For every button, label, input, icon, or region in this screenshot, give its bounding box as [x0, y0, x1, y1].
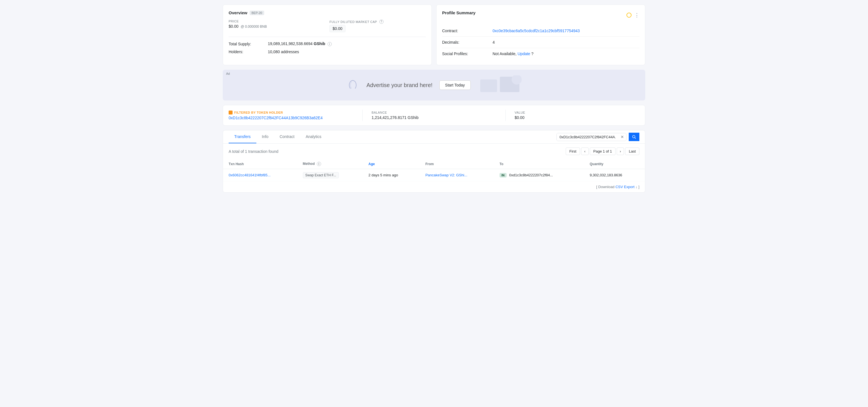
tab-transfers[interactable]: Transfers [229, 130, 256, 143]
tab-analytics[interactable]: Analytics [300, 130, 327, 143]
col-txn-hash: Txn Hash [223, 159, 297, 169]
search-button[interactable] [629, 133, 639, 141]
col-from: From [420, 159, 494, 169]
from-link[interactable]: PancakeSwap V2: GShi... [425, 173, 467, 177]
filter-address-link[interactable]: 0xD1c3c8b4222207C2f842FC44A13b9C926B3a62… [229, 115, 322, 120]
circle-status-icon [626, 12, 631, 18]
method-info-icon[interactable]: i [317, 162, 321, 166]
price-section: PRICE $0.00 @ 0.000000 BNB FULLY DILUTED… [229, 20, 426, 37]
filter-left: FILTERED BY TOKEN HOLDER 0xD1c3c8b422220… [229, 110, 353, 120]
value-value: $0.00 [515, 115, 639, 120]
contract-row: Contract: 0xc0e39cbac6a5c5cdcdf2c1a1c29c… [442, 25, 639, 37]
to-cell: IN 0xd1c3c8b4222207c2f84... [494, 169, 584, 181]
txn-hash-link[interactable]: 0x6062cc481641f4fbf85... [229, 173, 271, 177]
method-cell: Swap Exact ETH F... [297, 169, 363, 181]
ad-banner: Ad Advertise your brand here! Start Toda… [223, 70, 645, 101]
total-supply-value: 19,089,161,982,538.6694 GShib i [268, 41, 332, 46]
supply-info-icon[interactable]: i [328, 42, 332, 46]
decimals-label: Decimals: [442, 40, 493, 44]
overview-title: Overview BEP-20 [229, 10, 426, 15]
filter-divider-2 [505, 110, 506, 121]
more-options-icon[interactable]: ⋮ [634, 12, 639, 18]
table-row: 0x6062cc481641f4fbf85... Swap Exact ETH … [223, 169, 645, 181]
col-method: Method i [297, 159, 363, 169]
mktcap-value: $0.00 [330, 25, 345, 32]
search-input[interactable] [557, 133, 618, 141]
transaction-count-text: A total of 1 transaction found [229, 149, 278, 154]
price-label: PRICE [229, 20, 325, 23]
filter-balance-section: BALANCE 1,214,421,276.8171 GShib [372, 111, 496, 120]
col-age: Age [363, 159, 420, 169]
csv-export-section: [ Download CSV Export ↓ ] [223, 181, 645, 192]
ad-logo-icon [346, 78, 360, 92]
balance-label: BALANCE [372, 111, 496, 114]
direction-badge: IN [500, 173, 506, 177]
pagination-first-button[interactable]: First [566, 147, 580, 155]
ad-decoration-icon [477, 75, 522, 95]
mktcap-block: FULLY DILUTED MARKET CAP ? $0.00 [330, 20, 426, 32]
mktcap-info-icon[interactable]: ? [379, 20, 383, 24]
ad-label: Ad [226, 72, 230, 75]
filter-divider [362, 110, 363, 121]
price-value: $0.00 @ 0.000000 BNB [229, 24, 325, 29]
overview-title-text: Overview [229, 10, 247, 15]
holders-value: 10,080 addresses [268, 49, 299, 54]
holders-row: Holders: 10,080 addresses [229, 49, 426, 54]
contract-link[interactable]: 0xc0e39cbac6a5c5cdcdf2c1a1c29cbf59177549… [493, 29, 580, 33]
table-header-row: Txn Hash Method i Age From To Quantity [223, 159, 645, 169]
search-input-wrapper: ✕ [556, 133, 626, 141]
filter-icon [229, 110, 232, 114]
tab-info[interactable]: Info [256, 130, 274, 143]
social-row: Social Profiles: Not Available, Update ? [442, 48, 639, 59]
decimals-value: 4 [493, 40, 495, 44]
profile-title: Profile Summary [442, 10, 475, 15]
total-supply-row: Total Supply: 19,089,161,982,538.6694 GS… [229, 41, 426, 46]
age-cell: 2 days 5 mins ago [363, 169, 420, 181]
profile-icons: ⋮ [626, 12, 639, 18]
csv-bracket-open: [ Download [596, 185, 616, 189]
tabs-search: ✕ [556, 133, 639, 141]
csv-export-link[interactable]: CSV Export [616, 185, 634, 189]
txn-hash-cell: 0x6062cc481641f4fbf85... [223, 169, 297, 181]
pagination-prev-button[interactable]: ‹ [581, 147, 588, 155]
quantity-cell: 9,302,032,183.8636 [584, 169, 645, 181]
pagination: First ‹ Page 1 of 1 › Last [566, 147, 639, 155]
svg-rect-0 [480, 79, 497, 92]
filter-value-section: VALUE $0.00 [515, 111, 639, 120]
start-today-button[interactable]: Start Today [439, 80, 471, 90]
page-label: Page 1 of 1 [590, 147, 616, 155]
csv-bracket-close: ↓ ] [636, 185, 639, 189]
social-update-link[interactable]: Update [518, 52, 530, 56]
method-badge: Swap Exact ETH F... [303, 172, 339, 178]
from-cell: PancakeSwap V2: GShi... [420, 169, 494, 181]
tabs-header: Transfers Info Contract Analytics ✕ [223, 130, 645, 144]
balance-value: 1,214,421,276.8171 GShib [372, 115, 496, 120]
token-type-badge: BEP-20 [250, 11, 264, 15]
value-label: VALUE [515, 111, 639, 114]
social-label: Social Profiles: [442, 52, 493, 56]
holders-label: Holders: [229, 49, 268, 54]
decimals-row: Decimals: 4 [442, 37, 639, 48]
col-to: To [494, 159, 584, 169]
price-block: PRICE $0.00 @ 0.000000 BNB [229, 20, 325, 32]
filter-card: FILTERED BY TOKEN HOLDER 0xD1c3c8b422220… [223, 105, 645, 126]
to-address: 0xd1c3c8b4222207c2f84... [509, 173, 553, 177]
svg-line-4 [635, 138, 636, 139]
tab-contract[interactable]: Contract [274, 130, 300, 143]
total-supply-label: Total Supply: [229, 42, 268, 46]
profile-header: Profile Summary ⋮ [442, 10, 639, 20]
profile-card: Profile Summary ⋮ Contract: 0xc0e39cbac6… [436, 4, 645, 65]
pagination-last-button[interactable]: Last [625, 147, 639, 155]
search-clear-button[interactable]: ✕ [618, 134, 626, 140]
mktcap-label: FULLY DILUTED MARKET CAP ? [330, 20, 426, 24]
table-info-row: A total of 1 transaction found First ‹ P… [223, 144, 645, 159]
pagination-next-button[interactable]: › [617, 147, 624, 155]
transactions-table: Txn Hash Method i Age From To Quantity 0… [223, 159, 645, 181]
ad-text: Advertise your brand here! [367, 82, 433, 89]
col-quantity: Quantity [584, 159, 645, 169]
contract-label: Contract: [442, 29, 493, 33]
social-value: Not Available, Update ? [493, 52, 533, 56]
tabs-container: Transfers Info Contract Analytics ✕ A to… [223, 130, 645, 193]
search-icon [632, 135, 636, 139]
overview-card: Overview BEP-20 PRICE $0.00 @ 0.000000 B… [223, 4, 432, 65]
